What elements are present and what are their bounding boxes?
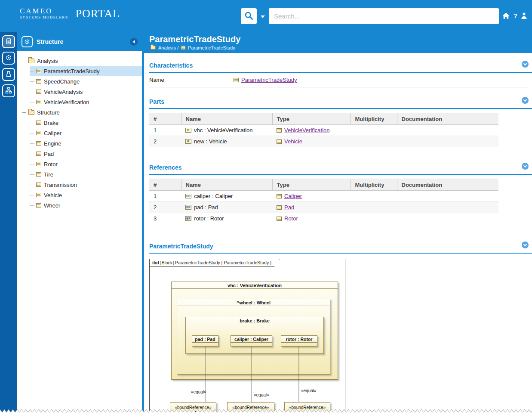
type-link[interactable]: Caliper <box>284 193 302 199</box>
block-icon <box>36 79 41 84</box>
part-label: rotor : Rotor <box>281 336 317 343</box>
settings-button[interactable] <box>2 52 15 65</box>
tree-item-structure[interactable]: Structure <box>22 107 142 118</box>
chevron-down-icon[interactable] <box>522 61 529 68</box>
tree-item-label: Vehicle <box>44 192 62 198</box>
tree-item-label: Wheel <box>44 202 60 209</box>
multiplicity-cell <box>351 191 397 202</box>
tree-item-pad[interactable]: Pad <box>30 149 142 159</box>
part-label: caliper : Caliper <box>231 336 272 343</box>
chevron-down-icon[interactable] <box>522 97 529 104</box>
diagram-part-caliper[interactable]: caliper : Caliper <box>231 335 272 347</box>
portal-page: CAMEO SYSTEMS MODELER® PORTAL ? <box>0 0 532 415</box>
reference-property-icon: BR <box>185 216 191 221</box>
chevron-down-icon[interactable] <box>522 163 529 170</box>
tree-item-vehicle[interactable]: Vehicle <box>30 190 142 200</box>
tree-item-analysis[interactable]: Analysis <box>22 56 142 66</box>
tree-item-parametrictradestudy[interactable]: ParametricTradeStudy <box>30 66 142 76</box>
model-view-button[interactable] <box>2 68 15 81</box>
collapse-handle-icon[interactable] <box>22 112 28 113</box>
help-icon[interactable]: ? <box>514 12 517 19</box>
type-link[interactable]: Vehicle <box>284 138 302 145</box>
tree-item-label: Brake <box>44 120 58 126</box>
tree-guide <box>30 102 36 102</box>
multiplicity-cell <box>351 213 397 224</box>
tree-guide <box>30 133 36 133</box>
tree-guide <box>30 205 36 206</box>
diagram-frame-label: ibd [Block] ParametricTradeStudy [ Param… <box>150 259 280 267</box>
folder-icon <box>151 46 156 50</box>
tree-item-label: VehicleVerification <box>44 99 89 105</box>
tree-item-label: Engine <box>44 140 61 147</box>
block-icon <box>36 121 41 125</box>
document-view-button[interactable] <box>2 35 15 48</box>
element-link[interactable]: ParametricTradeStudy <box>241 77 297 83</box>
block-icon <box>277 128 282 133</box>
search-input[interactable] <box>269 8 499 24</box>
row-num: 1 <box>149 191 181 202</box>
connector-label-equal: «equal» <box>301 388 317 393</box>
sidebar-title: Structure <box>37 38 63 45</box>
tree-item-brake[interactable]: Brake <box>30 118 142 128</box>
type-link[interactable]: Pad <box>284 204 294 211</box>
ibd-diagram-frame: ibd [Block] ParametricTradeStudy [ Param… <box>149 259 345 415</box>
tree-item-wheel[interactable]: Wheel <box>30 200 142 211</box>
tree-item-transmission[interactable]: Transmission <box>30 180 142 190</box>
tree-item-engine[interactable]: Engine <box>30 138 142 149</box>
tree-guide <box>30 195 36 195</box>
column-header-name: Name <box>181 113 272 125</box>
sidebar-collapse-button[interactable] <box>130 38 138 46</box>
block-icon <box>36 152 41 156</box>
multiplicity-cell <box>351 125 397 136</box>
documentation-cell <box>397 125 498 136</box>
row-num: 1 <box>149 125 181 136</box>
tree-item-rotor[interactable]: Rotor <box>30 159 142 169</box>
table-header-row: # Name Type Multiplicity Documentation <box>149 179 498 191</box>
logo-line1: CAMEO <box>20 7 69 15</box>
tree-guide <box>30 92 36 92</box>
left-icon-strip <box>0 32 17 415</box>
tree-item-tire[interactable]: Tire <box>30 169 142 180</box>
diagram-part-rotor[interactable]: rotor : Rotor <box>281 335 317 347</box>
collapse-handle-icon[interactable] <box>22 61 28 61</box>
tree-guide <box>30 71 36 71</box>
part-name: new : Vehicle <box>194 138 227 145</box>
tree-item-vehicleanalysis[interactable]: VehicleAnalysis <box>30 87 142 97</box>
references-table: # Name Type Multiplicity Documentation 1… <box>149 179 498 224</box>
user-icon[interactable] <box>521 12 527 19</box>
section-header-parts: Parts <box>149 94 532 109</box>
table-row: 2 BRpad : Pad Pad <box>149 202 498 213</box>
torn-page-edge <box>0 408 532 415</box>
tree-guide <box>30 185 36 185</box>
row-num: 3 <box>149 213 181 224</box>
chevron-down-icon[interactable] <box>522 242 529 248</box>
logo-product: PORTAL <box>76 8 120 19</box>
multiplicity-cell <box>351 202 397 213</box>
diagram-kind: ibd <box>152 260 159 265</box>
block-icon <box>234 78 239 82</box>
type-link[interactable]: VehicleVerification <box>284 127 330 133</box>
diagram-part-pad[interactable]: pad : Pad <box>192 335 218 347</box>
tree-item-vehicleverification[interactable]: VehicleVerification <box>30 97 142 107</box>
home-icon[interactable] <box>502 12 510 19</box>
breadcrumb-parent[interactable]: Analysis / <box>158 45 178 50</box>
tree-item-label: VehicleAnalysis <box>44 89 83 95</box>
tree-guide <box>30 81 36 82</box>
tree-item-caliper[interactable]: Caliper <box>30 128 142 138</box>
tree-item-speedchange[interactable]: SpeedChange <box>30 76 142 87</box>
search-icon <box>244 11 253 22</box>
structure-view-button[interactable] <box>2 84 15 97</box>
search-options-caret-icon[interactable] <box>261 15 265 20</box>
tree-item-label: ParametricTradeStudy <box>44 68 100 74</box>
tree-item-label: Transmission <box>44 182 77 188</box>
column-header-multiplicity: Multiplicity <box>351 113 397 125</box>
block-icon <box>36 69 41 73</box>
characteristic-label: Name <box>149 77 234 83</box>
type-link[interactable]: Rotor <box>284 215 298 222</box>
page-title: ParametricTradeStudy <box>149 34 527 44</box>
search-button[interactable] <box>241 8 257 24</box>
reference-property-icon: BR <box>185 205 191 210</box>
block-icon <box>36 141 41 146</box>
table-row: 1 BRcaliper : Caliper Caliper <box>149 191 498 202</box>
tree-item-label: Pad <box>44 151 54 157</box>
